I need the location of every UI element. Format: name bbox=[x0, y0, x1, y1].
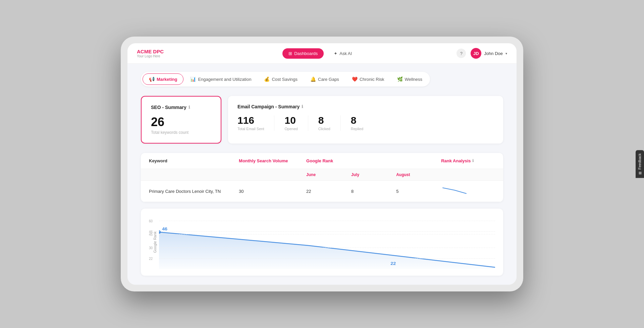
tab-care-gaps[interactable]: 🔔 Care Gaps bbox=[304, 73, 345, 85]
y-tick-60: 60 bbox=[149, 219, 153, 223]
email-card-title: Email Campaign - Summary ℹ bbox=[237, 104, 494, 109]
email-opened-count: 10 bbox=[284, 115, 296, 125]
summary-row: SEO - Summary ℹ 26 Total keywords count … bbox=[141, 96, 503, 144]
sub-th-volume bbox=[239, 172, 306, 177]
tab-wellness[interactable]: 🌿 Wellness bbox=[391, 73, 429, 85]
engagement-icon: 📊 bbox=[190, 76, 196, 82]
grid-line-22: 22 bbox=[159, 258, 495, 259]
table-sub-header: June July August bbox=[141, 169, 503, 181]
email-replied-label: Replied bbox=[351, 127, 363, 131]
sub-th-july: July bbox=[351, 172, 396, 177]
email-opened-label: Opened bbox=[284, 127, 298, 131]
svg-text:46: 46 bbox=[162, 227, 167, 231]
tabs-bar: 📢 Marketing 📊 Engagement and Utilization… bbox=[141, 72, 430, 87]
sparkline-cell bbox=[441, 186, 468, 196]
tab-chronic-risk[interactable]: ❤️ Chronic Risk bbox=[346, 73, 390, 85]
ai-icon: ✦ bbox=[334, 51, 337, 56]
y-tick-45: 45 bbox=[149, 233, 153, 236]
svg-marker-0 bbox=[159, 232, 495, 269]
volume-cell: 30 bbox=[239, 189, 306, 194]
email-replied-stat: 8 Replied bbox=[351, 115, 363, 131]
grid-line-46: 46 bbox=[159, 231, 495, 232]
tab-engagement-label: Engagement and Utilization bbox=[198, 77, 251, 82]
chronic-icon: ❤️ bbox=[352, 76, 358, 82]
keywords-table: Keyword Monthly Search Volume Google Ran… bbox=[141, 153, 503, 202]
email-info-icon[interactable]: ℹ bbox=[302, 104, 303, 109]
logo-area: ACME DPC Your Logo Here bbox=[137, 49, 184, 58]
tab-cost-label: Cost Savings bbox=[272, 77, 298, 82]
seo-card-title: SEO - Summary ℹ bbox=[151, 105, 211, 110]
email-sent-label: Total Email Sent bbox=[237, 127, 264, 131]
logo-sub: Your Logo Here bbox=[137, 54, 184, 58]
sub-th-june: June bbox=[306, 172, 351, 177]
tab-engagement[interactable]: 📊 Engagement and Utilization bbox=[184, 73, 257, 85]
table-row: Primary Care Doctors Lenoir City, TN 30 … bbox=[141, 181, 503, 202]
cost-icon: 💰 bbox=[264, 76, 270, 82]
chart-inner: 60 46 45 30 22 bbox=[159, 215, 495, 269]
dashboards-label: Dashboards bbox=[294, 51, 318, 56]
wellness-icon: 🌿 bbox=[397, 76, 403, 82]
email-summary-card: Email Campaign - Summary ℹ 116 Total Ema… bbox=[228, 96, 503, 144]
feedback-icon: ⊞ bbox=[638, 172, 642, 175]
email-sent-stat: 116 Total Email Sent bbox=[237, 115, 274, 131]
user-name: John Doe bbox=[484, 51, 503, 56]
june-cell: 22 bbox=[306, 189, 351, 194]
email-stats: 116 Total Email Sent 10 Opened 8 Clicked bbox=[237, 115, 494, 131]
chart-svg: 46 22 bbox=[159, 215, 495, 269]
tab-marketing-label: Marketing bbox=[157, 77, 177, 82]
ask-ai-label: Ask AI bbox=[339, 51, 352, 56]
header-nav: ⊞ Dashboards ✦ Ask AI bbox=[191, 48, 450, 59]
email-clicked-label: Clicked bbox=[318, 127, 330, 131]
email-sent-count: 116 bbox=[237, 115, 254, 125]
th-keyword: Keyword bbox=[149, 158, 239, 163]
tab-marketing[interactable]: 📢 Marketing bbox=[143, 73, 183, 85]
help-button[interactable]: ? bbox=[457, 49, 466, 58]
marketing-icon: 📢 bbox=[149, 76, 155, 82]
dashboards-icon: ⊞ bbox=[288, 51, 292, 56]
dashboards-nav-button[interactable]: ⊞ Dashboards bbox=[282, 48, 324, 59]
seo-summary-card: SEO - Summary ℹ 26 Total keywords count bbox=[141, 96, 221, 144]
header-right: ? JD John Doe ▾ bbox=[457, 48, 507, 59]
avatar: JD bbox=[471, 48, 481, 59]
seo-label: Total keywords count bbox=[151, 130, 211, 135]
y-tick-30: 30 bbox=[149, 246, 153, 250]
logo-name: ACME DPC bbox=[137, 49, 184, 54]
seo-count: 26 bbox=[151, 116, 211, 128]
main-content: 📢 Marketing 📊 Engagement and Utilization… bbox=[127, 64, 517, 285]
grid-line-30: 30 bbox=[159, 248, 495, 248]
app-header: ACME DPC Your Logo Here ⊞ Dashboards ✦ A… bbox=[127, 43, 517, 64]
chart-y-axis-label: Google Rank bbox=[153, 231, 157, 253]
grid-line-45: 45 bbox=[159, 234, 495, 234]
care-icon: 🔔 bbox=[310, 76, 316, 82]
sub-th-august: August bbox=[396, 172, 441, 177]
th-search-volume: Monthly Search Volume bbox=[239, 158, 306, 163]
rank-analysis-info-icon[interactable]: ℹ bbox=[472, 159, 474, 163]
y-tick-22: 22 bbox=[149, 257, 153, 261]
table-header: Keyword Monthly Search Volume Google Ran… bbox=[141, 153, 503, 169]
th-google-rank: Google Rank bbox=[306, 158, 441, 163]
user-dropdown[interactable]: JD John Doe ▾ bbox=[471, 48, 507, 59]
email-title-text: Email Campaign - Summary bbox=[237, 104, 300, 109]
seo-title-text: SEO - Summary bbox=[151, 105, 186, 110]
sub-th-keyword bbox=[149, 172, 239, 177]
chart-section: Google Rank 60 46 45 30 bbox=[141, 209, 503, 276]
tab-chronic-label: Chronic Risk bbox=[360, 77, 384, 82]
email-replied-count: 8 bbox=[351, 115, 357, 125]
svg-text:22: 22 bbox=[390, 261, 396, 266]
tab-cost-savings[interactable]: 💰 Cost Savings bbox=[258, 73, 304, 85]
ask-ai-nav-button[interactable]: ✦ Ask AI bbox=[328, 48, 358, 59]
sub-th-analysis bbox=[441, 172, 495, 177]
th-rank-analysis: Rank Analysis ℹ bbox=[441, 158, 495, 163]
august-cell: 5 bbox=[396, 189, 441, 194]
keyword-cell: Primary Care Doctors Lenoir City, TN bbox=[149, 189, 239, 194]
feedback-tab[interactable]: ⊞ Feedback bbox=[636, 150, 644, 178]
july-cell: 8 bbox=[351, 189, 396, 194]
seo-info-icon[interactable]: ℹ bbox=[189, 105, 190, 110]
tab-care-label: Care Gaps bbox=[318, 77, 339, 82]
email-clicked-stat: 8 Clicked bbox=[318, 115, 341, 131]
tab-wellness-label: Wellness bbox=[405, 77, 423, 82]
chevron-down-icon: ▾ bbox=[505, 52, 507, 55]
email-opened-stat: 10 Opened bbox=[284, 115, 308, 131]
grid-line-60: 60 bbox=[159, 221, 495, 221]
email-clicked-count: 8 bbox=[318, 115, 324, 125]
